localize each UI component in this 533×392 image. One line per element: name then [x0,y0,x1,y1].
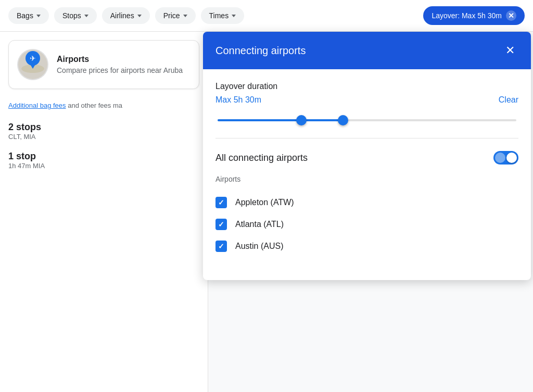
aus-checkbox[interactable]: ✓ [215,241,227,252]
stops-chevron-icon [84,15,88,17]
all-connecting-toggle[interactable] [493,151,518,165]
atl-check-icon: ✓ [218,220,224,229]
modal-close-button[interactable]: ✕ [502,42,518,59]
left-panel: ✈ Airports Compare prices for airports n… [0,32,208,392]
modal-title: Connecting airports [215,45,306,57]
fees-text: Additional bag fees and other fees ma [8,102,199,109]
layover-pill-close-icon[interactable]: ✕ [506,10,516,21]
svg-marker-4 [30,64,36,69]
stops-label: Stops [62,11,81,20]
bags-chevron-icon [36,15,41,17]
slider-left-thumb[interactable] [296,115,307,125]
airport-item-aus[interactable]: ✓ Austin (AUS) [215,235,518,257]
airlines-filter[interactable]: Airlines [102,7,150,24]
airport-item-atw[interactable]: ✓ Appleton (ATW) [215,192,518,213]
times-chevron-icon [232,15,236,17]
layover-value: Max 5h 30m [215,95,261,105]
bags-label: Bags [17,11,33,20]
aus-airport-name: Austin (AUS) [235,242,283,251]
airlines-chevron-icon [137,15,142,17]
atl-checkbox[interactable]: ✓ [215,219,227,230]
modal-body: Layover duration Max 5h 30m Clear All co… [203,69,531,280]
airport-icon: ✈ [17,49,48,80]
connecting-toggle-row: All connecting airports [215,151,518,165]
slider-right-thumb[interactable] [338,115,348,125]
airport-card-description: Compare prices for airports near Aruba [57,66,183,74]
layover-slider[interactable] [218,115,516,125]
atl-airport-name: Atlanta (ATL) [235,220,284,229]
price-chevron-icon [183,15,187,17]
all-connecting-label: All connecting airports [215,153,308,163]
flight-entry-2: 1 stop 1h 47m MIA [8,151,199,170]
stop-count-1: 2 stops [8,122,199,133]
modal-close-icon: ✕ [505,44,515,57]
toggle-knob [506,153,517,163]
atw-checkbox[interactable]: ✓ [215,197,227,208]
price-filter[interactable]: Price [155,7,196,24]
aus-check-icon: ✓ [218,242,224,250]
flight-entry-1: 2 stops CLT, MIA [8,122,199,141]
bags-filter[interactable]: Bags [8,7,49,24]
atw-check-icon: ✓ [218,198,224,207]
connecting-airports-modal: Connecting airports ✕ Layover duration M… [203,32,531,280]
airport-card-title: Airports [57,55,183,64]
slider-fill [218,119,343,121]
airports-section-label: Airports [215,175,518,183]
connecting-airports-section: All connecting airports Airports ✓ Apple… [215,151,518,257]
stop-airports-1: CLT, MIA [8,133,199,141]
layover-filter-pill[interactable]: Layover: Max 5h 30m ✕ [423,6,525,25]
filter-bar: Bags Stops Airlines Price Times Layover:… [0,0,533,32]
times-label: Times [209,11,229,20]
bag-fees-link[interactable]: Additional bag fees [8,102,66,109]
stop-duration-2: 1h 47m MIA [8,162,199,170]
map-pin-icon: ✈ [26,51,40,69]
layover-pill-label: Layover: Max 5h 30m [432,11,502,20]
price-label: Price [163,11,180,20]
stop-count-2: 1 stop [8,151,199,162]
fees-rest: and other fees ma [66,102,122,109]
airport-item-atl[interactable]: ✓ Atlanta (ATL) [215,213,518,235]
atw-airport-name: Appleton (ATW) [235,198,294,207]
airport-info: Airports Compare prices for airports nea… [57,55,183,74]
toggle-highlight [495,153,505,163]
times-filter[interactable]: Times [201,7,245,24]
stops-filter[interactable]: Stops [54,7,97,24]
svg-text:✈: ✈ [30,54,36,62]
layover-value-row: Max 5h 30m Clear [215,95,518,105]
layover-duration-label: Layover duration [215,82,518,91]
modal-header: Connecting airports ✕ [203,32,531,69]
clear-button[interactable]: Clear [499,95,518,105]
layover-section: Layover duration Max 5h 30m Clear [215,82,518,138]
airlines-label: Airlines [110,11,134,20]
main-content: ✈ Airports Compare prices for airports n… [0,32,533,392]
airport-card: ✈ Airports Compare prices for airports n… [8,40,199,89]
